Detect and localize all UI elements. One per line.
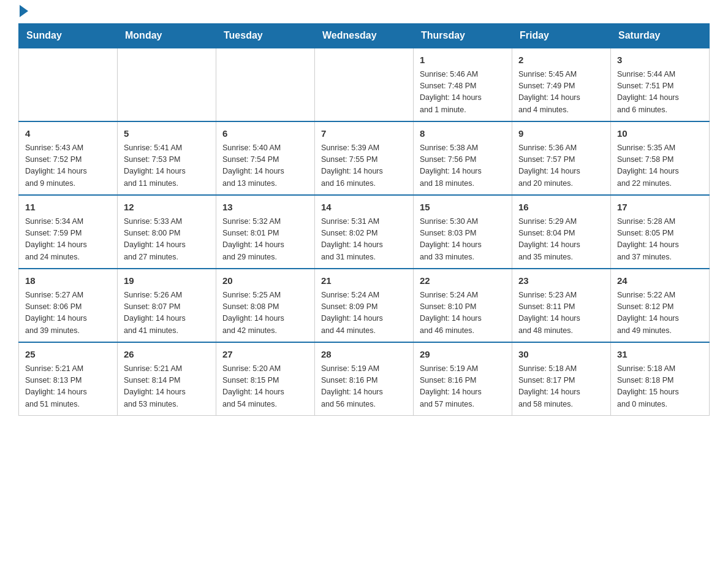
day-number: 31 [617, 348, 703, 362]
day-info: Sunrise: 5:45 AM Sunset: 7:49 PM Dayligh… [518, 69, 604, 117]
day-cell: 14Sunrise: 5:31 AM Sunset: 8:02 PM Dayli… [315, 195, 414, 269]
day-cell: 19Sunrise: 5:26 AM Sunset: 8:07 PM Dayli… [118, 269, 216, 342]
day-number: 18 [25, 274, 111, 288]
day-cell: 30Sunrise: 5:18 AM Sunset: 8:17 PM Dayli… [512, 342, 611, 416]
day-cell [315, 48, 414, 121]
day-header-friday: Friday [512, 24, 611, 48]
day-cell [216, 48, 315, 121]
day-number: 3 [617, 53, 703, 67]
day-header-tuesday: Tuesday [216, 24, 315, 48]
day-info: Sunrise: 5:19 AM Sunset: 8:16 PM Dayligh… [321, 363, 407, 411]
day-number: 6 [222, 127, 308, 141]
day-number: 10 [617, 127, 703, 141]
day-info: Sunrise: 5:31 AM Sunset: 8:02 PM Dayligh… [321, 216, 407, 264]
day-cell: 3Sunrise: 5:44 AM Sunset: 7:51 PM Daylig… [611, 48, 710, 121]
day-number: 24 [617, 274, 703, 288]
day-number: 12 [124, 201, 210, 215]
day-number: 7 [321, 127, 407, 141]
day-header-thursday: Thursday [414, 24, 512, 48]
day-info: Sunrise: 5:18 AM Sunset: 8:17 PM Dayligh… [518, 363, 604, 411]
day-number: 14 [321, 201, 407, 215]
day-cell: 5Sunrise: 5:41 AM Sunset: 7:53 PM Daylig… [118, 121, 216, 195]
day-info: Sunrise: 5:39 AM Sunset: 7:55 PM Dayligh… [321, 142, 407, 190]
day-cell: 31Sunrise: 5:18 AM Sunset: 8:18 PM Dayli… [611, 342, 710, 416]
day-number: 22 [420, 274, 506, 288]
day-number: 26 [124, 348, 210, 362]
logo-triangle-icon [20, 5, 28, 17]
day-cell: 17Sunrise: 5:28 AM Sunset: 8:05 PM Dayli… [611, 195, 710, 269]
day-info: Sunrise: 5:38 AM Sunset: 7:56 PM Dayligh… [420, 142, 506, 190]
day-info: Sunrise: 5:46 AM Sunset: 7:48 PM Dayligh… [420, 69, 506, 117]
day-cell: 21Sunrise: 5:24 AM Sunset: 8:09 PM Dayli… [315, 269, 414, 342]
day-info: Sunrise: 5:33 AM Sunset: 8:00 PM Dayligh… [124, 216, 210, 264]
day-info: Sunrise: 5:24 AM Sunset: 8:09 PM Dayligh… [321, 289, 407, 337]
day-number: 4 [25, 127, 111, 141]
day-number: 23 [518, 274, 604, 288]
day-number: 11 [25, 201, 111, 215]
week-row-5: 25Sunrise: 5:21 AM Sunset: 8:13 PM Dayli… [19, 342, 710, 416]
day-number: 27 [222, 348, 308, 362]
day-header-wednesday: Wednesday [315, 24, 414, 48]
day-info: Sunrise: 5:44 AM Sunset: 7:51 PM Dayligh… [617, 69, 703, 117]
day-header-saturday: Saturday [611, 24, 710, 48]
day-header-sunday: Sunday [19, 24, 118, 48]
day-cell: 6Sunrise: 5:40 AM Sunset: 7:54 PM Daylig… [216, 121, 315, 195]
logo [18, 12, 28, 17]
day-cell: 8Sunrise: 5:38 AM Sunset: 7:56 PM Daylig… [414, 121, 512, 195]
day-cell: 1Sunrise: 5:46 AM Sunset: 7:48 PM Daylig… [414, 48, 512, 121]
day-cell: 10Sunrise: 5:35 AM Sunset: 7:58 PM Dayli… [611, 121, 710, 195]
header [18, 12, 710, 17]
day-cell: 13Sunrise: 5:32 AM Sunset: 8:01 PM Dayli… [216, 195, 315, 269]
day-number: 28 [321, 348, 407, 362]
day-cell: 15Sunrise: 5:30 AM Sunset: 8:03 PM Dayli… [414, 195, 512, 269]
day-info: Sunrise: 5:36 AM Sunset: 7:57 PM Dayligh… [518, 142, 604, 190]
day-info: Sunrise: 5:21 AM Sunset: 8:13 PM Dayligh… [25, 363, 111, 411]
day-cell: 11Sunrise: 5:34 AM Sunset: 7:59 PM Dayli… [19, 195, 118, 269]
day-cell: 20Sunrise: 5:25 AM Sunset: 8:08 PM Dayli… [216, 269, 315, 342]
day-number: 20 [222, 274, 308, 288]
day-info: Sunrise: 5:18 AM Sunset: 8:18 PM Dayligh… [617, 363, 703, 411]
day-info: Sunrise: 5:34 AM Sunset: 7:59 PM Dayligh… [25, 216, 111, 264]
day-cell: 4Sunrise: 5:43 AM Sunset: 7:52 PM Daylig… [19, 121, 118, 195]
day-info: Sunrise: 5:24 AM Sunset: 8:10 PM Dayligh… [420, 289, 506, 337]
day-number: 13 [222, 201, 308, 215]
day-header-monday: Monday [118, 24, 216, 48]
week-row-3: 11Sunrise: 5:34 AM Sunset: 7:59 PM Dayli… [19, 195, 710, 269]
day-number: 5 [124, 127, 210, 141]
day-header-row: SundayMondayTuesdayWednesdayThursdayFrid… [19, 24, 710, 48]
day-info: Sunrise: 5:23 AM Sunset: 8:11 PM Dayligh… [518, 289, 604, 337]
page: SundayMondayTuesdayWednesdayThursdayFrid… [0, 0, 728, 428]
day-cell [118, 48, 216, 121]
day-cell: 2Sunrise: 5:45 AM Sunset: 7:49 PM Daylig… [512, 48, 611, 121]
calendar-header: SundayMondayTuesdayWednesdayThursdayFrid… [19, 24, 710, 48]
day-number: 16 [518, 201, 604, 215]
day-info: Sunrise: 5:22 AM Sunset: 8:12 PM Dayligh… [617, 289, 703, 337]
calendar-table: SundayMondayTuesdayWednesdayThursdayFrid… [18, 23, 710, 416]
day-cell: 28Sunrise: 5:19 AM Sunset: 8:16 PM Dayli… [315, 342, 414, 416]
day-info: Sunrise: 5:27 AM Sunset: 8:06 PM Dayligh… [25, 289, 111, 337]
week-row-4: 18Sunrise: 5:27 AM Sunset: 8:06 PM Dayli… [19, 269, 710, 342]
day-info: Sunrise: 5:20 AM Sunset: 8:15 PM Dayligh… [222, 363, 308, 411]
day-cell: 12Sunrise: 5:33 AM Sunset: 8:00 PM Dayli… [118, 195, 216, 269]
day-info: Sunrise: 5:35 AM Sunset: 7:58 PM Dayligh… [617, 142, 703, 190]
day-cell: 25Sunrise: 5:21 AM Sunset: 8:13 PM Dayli… [19, 342, 118, 416]
day-number: 30 [518, 348, 604, 362]
day-info: Sunrise: 5:25 AM Sunset: 8:08 PM Dayligh… [222, 289, 308, 337]
day-number: 8 [420, 127, 506, 141]
day-number: 29 [420, 348, 506, 362]
week-row-2: 4Sunrise: 5:43 AM Sunset: 7:52 PM Daylig… [19, 121, 710, 195]
day-info: Sunrise: 5:29 AM Sunset: 8:04 PM Dayligh… [518, 216, 604, 264]
day-number: 1 [420, 53, 506, 67]
day-number: 15 [420, 201, 506, 215]
day-cell: 24Sunrise: 5:22 AM Sunset: 8:12 PM Dayli… [611, 269, 710, 342]
day-number: 2 [518, 53, 604, 67]
day-cell: 27Sunrise: 5:20 AM Sunset: 8:15 PM Dayli… [216, 342, 315, 416]
day-number: 9 [518, 127, 604, 141]
day-info: Sunrise: 5:21 AM Sunset: 8:14 PM Dayligh… [124, 363, 210, 411]
day-cell: 9Sunrise: 5:36 AM Sunset: 7:57 PM Daylig… [512, 121, 611, 195]
day-info: Sunrise: 5:19 AM Sunset: 8:16 PM Dayligh… [420, 363, 506, 411]
day-cell: 22Sunrise: 5:24 AM Sunset: 8:10 PM Dayli… [414, 269, 512, 342]
week-row-1: 1Sunrise: 5:46 AM Sunset: 7:48 PM Daylig… [19, 48, 710, 121]
day-cell: 7Sunrise: 5:39 AM Sunset: 7:55 PM Daylig… [315, 121, 414, 195]
day-info: Sunrise: 5:43 AM Sunset: 7:52 PM Dayligh… [25, 142, 111, 190]
